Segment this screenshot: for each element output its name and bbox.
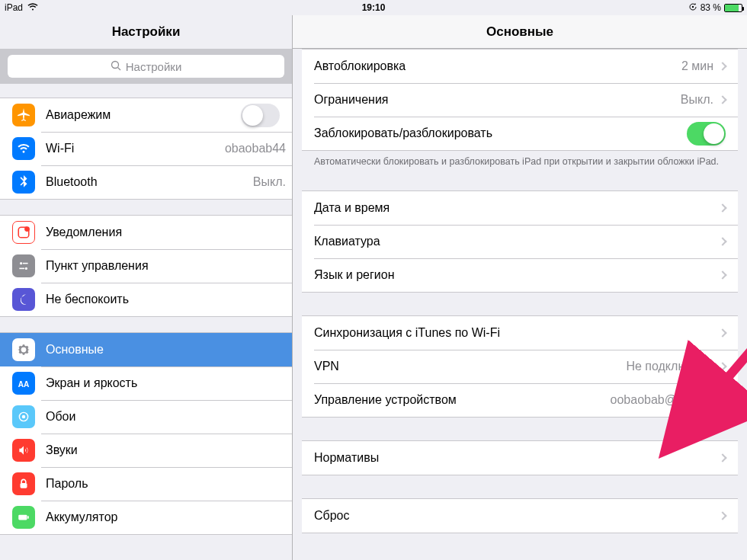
detail-group-dtk: Дата и время Клавиатура Язык и регион xyxy=(302,190,738,293)
clock: 19:10 xyxy=(362,2,386,13)
row-label: Ограничения xyxy=(314,93,681,107)
restrictions-value: Выкл. xyxy=(681,93,713,107)
autolock-value: 2 мин xyxy=(681,59,713,73)
chevron-right-icon xyxy=(718,512,726,520)
sidebar-item-label: Пароль xyxy=(46,477,292,491)
chevron-right-icon xyxy=(718,271,726,280)
sidebar-item-label: Авиарежим xyxy=(46,108,241,122)
sidebar-item-label: Экран и яркость xyxy=(46,376,292,390)
notifications-icon xyxy=(12,221,35,244)
control-center-icon xyxy=(12,254,35,277)
sidebar-item-general[interactable]: Основные xyxy=(0,333,292,366)
battery-settings-icon xyxy=(12,506,35,529)
lock-unlock-switch[interactable] xyxy=(687,122,726,146)
chevron-right-icon xyxy=(718,204,726,213)
chevron-right-icon xyxy=(718,238,726,246)
row-label: VPN xyxy=(314,360,626,373)
row-autolock[interactable]: Автоблокировка 2 мин xyxy=(302,50,738,83)
wifi-icon xyxy=(12,137,35,160)
sidebar-item-label: Bluetooth xyxy=(46,175,253,189)
svg-rect-12 xyxy=(21,483,27,488)
sidebar-item-passcode[interactable]: Пароль xyxy=(0,467,292,501)
row-regulatory[interactable]: Нормативы xyxy=(302,441,738,475)
row-datetime[interactable]: Дата и время xyxy=(302,191,738,225)
profiles-value: oobaobab@mail.ru xyxy=(611,393,713,407)
sidebar-item-notifications[interactable]: Уведомления xyxy=(0,216,292,249)
svg-text:AA: AA xyxy=(18,380,30,389)
sidebar-item-control-center[interactable]: Пункт управления xyxy=(0,249,292,283)
display-icon: AA xyxy=(12,372,35,395)
device-name: iPad xyxy=(5,2,23,13)
svg-point-4 xyxy=(24,226,30,232)
wifi-value: obaobab44 xyxy=(225,142,286,155)
svg-point-5 xyxy=(20,262,22,264)
battery-icon xyxy=(724,4,742,12)
svg-rect-8 xyxy=(19,268,24,270)
search-input[interactable]: Настройки xyxy=(8,55,284,78)
airplane-switch[interactable] xyxy=(241,104,280,127)
svg-rect-13 xyxy=(18,515,27,520)
wifi-icon xyxy=(27,2,38,13)
row-label: Управление устройством xyxy=(314,393,611,407)
sidebar-item-dnd[interactable]: Не беспокоить xyxy=(0,283,292,316)
row-label: Язык и регион xyxy=(314,268,720,282)
sidebar-item-sounds[interactable]: Звуки xyxy=(0,434,292,467)
chevron-right-icon xyxy=(718,95,726,104)
row-language[interactable]: Язык и регион xyxy=(302,258,738,292)
svg-point-7 xyxy=(25,267,27,270)
svg-point-0 xyxy=(691,5,693,7)
sidebar-item-label: Пункт управления xyxy=(46,259,292,273)
sidebar-group-device: Основные AA Экран и яркость Обои Звуки П… xyxy=(0,332,292,535)
chevron-right-icon xyxy=(718,363,726,371)
svg-line-2 xyxy=(117,67,120,70)
sidebar-item-display[interactable]: AA Экран и яркость xyxy=(0,366,292,400)
sidebar-item-bluetooth[interactable]: Bluetooth Выкл. xyxy=(0,165,292,199)
sidebar-item-wifi[interactable]: Wi-Fi obaobab44 xyxy=(0,132,292,165)
chevron-right-icon xyxy=(718,396,726,405)
sidebar-item-airplane[interactable]: Авиарежим xyxy=(0,98,292,132)
settings-sidebar: Настройки Настройки Авиарежим Wi-Fi obao… xyxy=(0,15,293,560)
search-icon xyxy=(111,60,121,73)
detail-group-sync: Синхронизация с iTunes по Wi-Fi VPN Не п… xyxy=(302,315,738,418)
dnd-icon xyxy=(12,288,35,311)
svg-rect-14 xyxy=(27,516,29,518)
chevron-right-icon xyxy=(718,62,726,70)
sidebar-group-connectivity: Авиарежим Wi-Fi obaobab44 Bluetooth Выкл… xyxy=(0,98,292,200)
vpn-value: Не подключено xyxy=(626,360,713,373)
row-vpn[interactable]: VPN Не подключено xyxy=(302,350,738,383)
row-label: Сброс xyxy=(314,509,720,523)
gear-icon xyxy=(12,338,35,361)
sidebar-item-label: Основные xyxy=(46,343,292,357)
row-profiles[interactable]: Управление устройством oobaobab@mail.ru xyxy=(302,383,738,417)
svg-point-1 xyxy=(111,61,118,68)
status-bar: iPad 19:10 83 % xyxy=(0,0,747,15)
row-keyboard[interactable]: Клавиатура xyxy=(302,225,738,258)
row-label: Заблокировать/разблокировать xyxy=(314,126,687,140)
sidebar-item-battery[interactable]: Аккумулятор xyxy=(0,501,292,534)
sidebar-item-label: Уведомления xyxy=(46,226,292,239)
sounds-icon xyxy=(12,439,35,462)
battery-percent: 83 % xyxy=(701,2,721,13)
detail-group-lock: Автоблокировка 2 мин Ограничения Выкл. З… xyxy=(302,49,738,151)
bluetooth-value: Выкл. xyxy=(253,175,286,189)
detail-pane: Основные Автоблокировка 2 мин Ограничени… xyxy=(293,15,747,560)
row-lock-unlock[interactable]: Заблокировать/разблокировать xyxy=(302,117,738,150)
sidebar-group-notifications: Уведомления Пункт управления Не беспокои… xyxy=(0,215,292,317)
sidebar-item-label: Не беспокоить xyxy=(46,293,292,306)
row-restrictions[interactable]: Ограничения Выкл. xyxy=(302,83,738,117)
detail-title: Основные xyxy=(293,15,747,49)
search-wrap: Настройки xyxy=(0,49,292,84)
bluetooth-icon xyxy=(12,171,35,194)
row-label: Автоблокировка xyxy=(314,59,681,73)
search-placeholder: Настройки xyxy=(126,60,182,73)
sidebar-title: Настройки xyxy=(0,15,292,49)
row-itunes-wifi[interactable]: Синхронизация с iTunes по Wi-Fi xyxy=(302,316,738,350)
sidebar-item-wallpaper[interactable]: Обои xyxy=(0,400,292,434)
wallpaper-icon xyxy=(12,405,35,428)
row-label: Клавиатура xyxy=(314,235,720,248)
detail-group-reset: Сброс xyxy=(302,498,738,533)
row-reset[interactable]: Сброс xyxy=(302,499,738,533)
chevron-right-icon xyxy=(718,454,726,462)
row-label: Синхронизация с iTunes по Wi-Fi xyxy=(314,326,720,340)
svg-point-11 xyxy=(22,415,26,419)
